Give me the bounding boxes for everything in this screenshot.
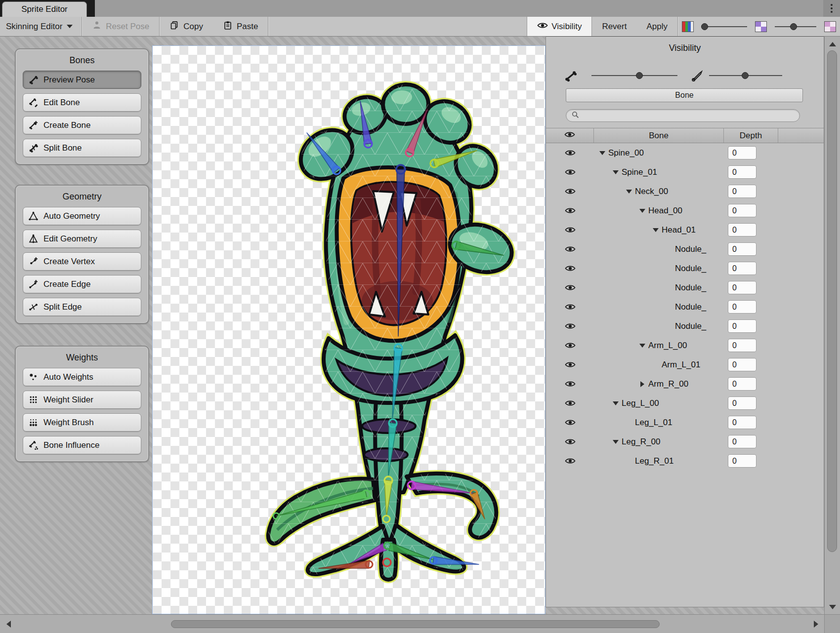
bone-row-nodule-9[interactable]: Nodule_: [546, 316, 824, 336]
depth-input[interactable]: [728, 377, 756, 391]
slider-knob[interactable]: [701, 23, 708, 30]
depth-input[interactable]: [728, 396, 756, 410]
gradient-swatch-icon[interactable]: [755, 21, 767, 32]
bone-row-leg_l_00-13[interactable]: Leg_L_00: [546, 394, 824, 413]
depth-input[interactable]: [728, 185, 756, 198]
slider-knob[interactable]: [636, 72, 643, 79]
eye-toggle[interactable]: [546, 399, 594, 407]
bone-row-head_00-3[interactable]: Head_00: [546, 201, 824, 220]
paste-button[interactable]: Paste: [213, 17, 268, 36]
copy-button[interactable]: Copy: [160, 17, 213, 36]
depth-input[interactable]: [728, 242, 756, 256]
tool-create-edge-button[interactable]: Create Edge: [23, 275, 141, 293]
tool-weight-slider-button[interactable]: Weight Slider: [23, 391, 141, 409]
depth-input[interactable]: [728, 262, 756, 275]
bone-row-arm_l_00-10[interactable]: Arm_L_00: [546, 336, 824, 355]
vertical-scrollbar-thumb[interactable]: [827, 50, 837, 552]
depth-column-header[interactable]: Depth: [724, 128, 778, 143]
vertical-scrollbar[interactable]: [824, 37, 840, 614]
horizontal-scrollbar-thumb[interactable]: [171, 620, 660, 628]
texture-swatch-icon[interactable]: [824, 21, 836, 32]
sprite-opacity-slider[interactable]: [702, 21, 747, 32]
tool-bone-influence-button[interactable]: Bone Influence: [23, 436, 141, 454]
depth-input[interactable]: [728, 204, 756, 217]
eye-toggle[interactable]: [546, 168, 594, 176]
chevron-down-icon[interactable]: [651, 226, 660, 235]
tool-edit-bone-button[interactable]: Edit Bone: [23, 93, 141, 112]
depth-input[interactable]: [728, 165, 756, 179]
chevron-right-icon[interactable]: [638, 380, 647, 389]
bone-column-header[interactable]: Bone: [594, 128, 724, 143]
eye-toggle[interactable]: [546, 342, 594, 349]
depth-input[interactable]: [728, 223, 756, 237]
bone-row-arm_r_00-12[interactable]: Arm_R_00: [546, 374, 824, 394]
depth-input[interactable]: [728, 146, 756, 159]
tool-auto-geometry-button[interactable]: Auto Geometry: [23, 207, 141, 225]
eye-toggle[interactable]: [546, 207, 594, 214]
eye-toggle[interactable]: [546, 284, 594, 291]
eye-toggle[interactable]: [546, 303, 594, 311]
bone-row-spine_01-1[interactable]: Spine_01: [546, 162, 824, 182]
eye-toggle[interactable]: [546, 245, 594, 253]
visibility-column-header[interactable]: [546, 128, 594, 143]
kebab-menu-icon[interactable]: [823, 0, 840, 17]
reset-pose-button[interactable]: Reset Pose: [82, 17, 159, 36]
eye-toggle[interactable]: [546, 380, 594, 388]
apply-button[interactable]: Apply: [636, 17, 677, 36]
bone-row-nodule-6[interactable]: Nodule_: [546, 259, 824, 278]
bone-row-nodule-5[interactable]: Nodule_: [546, 239, 824, 259]
mesh-opacity-slider[interactable]: [709, 70, 782, 81]
eye-toggle[interactable]: [546, 226, 594, 234]
chevron-down-icon[interactable]: [611, 168, 620, 177]
horizontal-scrollbar[interactable]: [0, 614, 824, 633]
bone-search-field[interactable]: [566, 109, 800, 122]
bone-tab[interactable]: Bone: [566, 88, 803, 102]
depth-input[interactable]: [728, 435, 756, 448]
bone-row-neck_00-2[interactable]: Neck_00: [546, 182, 824, 201]
scroll-left-arrow[interactable]: [1, 615, 16, 633]
bone-row-leg_r_01-16[interactable]: Leg_R_01: [546, 451, 824, 471]
chevron-down-icon[interactable]: [638, 206, 647, 215]
chevron-down-icon[interactable]: [638, 341, 647, 350]
tool-weight-brush-button[interactable]: Weight Brush: [23, 413, 141, 432]
chevron-down-icon[interactable]: [598, 149, 607, 158]
bone-opacity-toolbar-slider[interactable]: [775, 21, 816, 32]
bone-row-arm_l_01-11[interactable]: Arm_L_01: [546, 355, 824, 374]
depth-input[interactable]: [728, 339, 756, 352]
bone-row-nodule-7[interactable]: Nodule_: [546, 278, 824, 297]
tool-split-edge-button[interactable]: Split Edge: [23, 298, 141, 316]
sprite-canvas[interactable]: [152, 45, 546, 614]
search-input[interactable]: [583, 112, 794, 120]
bone-row-spine_00-0[interactable]: Spine_00: [546, 143, 824, 162]
depth-input[interactable]: [728, 416, 756, 429]
slider-knob[interactable]: [790, 23, 797, 30]
scroll-right-arrow[interactable]: [808, 615, 823, 633]
scroll-up-arrow[interactable]: [825, 38, 840, 50]
chevron-down-icon[interactable]: [625, 187, 633, 196]
eye-toggle[interactable]: [546, 265, 594, 272]
tool-auto-weights-button[interactable]: Auto Weights: [23, 368, 141, 386]
depth-input[interactable]: [728, 358, 756, 371]
eye-toggle[interactable]: [546, 322, 594, 330]
tab-sprite-editor[interactable]: Sprite Editor: [2, 1, 87, 17]
bone-row-leg_l_01-14[interactable]: Leg_L_01: [546, 413, 824, 432]
depth-input[interactable]: [728, 300, 756, 314]
visibility-toggle[interactable]: Visibility: [527, 17, 592, 36]
bone-row-nodule-8[interactable]: Nodule_: [546, 297, 824, 316]
chevron-down-icon[interactable]: [611, 399, 620, 408]
tool-split-bone-button[interactable]: Split Bone: [23, 139, 141, 157]
eye-toggle[interactable]: [546, 361, 594, 368]
depth-input[interactable]: [728, 319, 756, 333]
tool-create-vertex-button[interactable]: Create Vertex: [23, 252, 141, 271]
scroll-down-arrow[interactable]: [825, 600, 840, 613]
bone-row-leg_r_00-15[interactable]: Leg_R_00: [546, 432, 824, 451]
tool-create-bone-button[interactable]: Create Bone: [23, 116, 141, 134]
tool-preview-pose-button[interactable]: Preview Pose: [23, 71, 141, 89]
editor-mode-dropdown[interactable]: Skinning Editor: [0, 17, 82, 36]
depth-input[interactable]: [728, 281, 756, 294]
bone-opacity-slider[interactable]: [591, 70, 677, 81]
depth-input[interactable]: [728, 454, 756, 468]
revert-button[interactable]: Revert: [592, 17, 636, 36]
eye-toggle[interactable]: [546, 188, 594, 195]
eye-toggle[interactable]: [546, 419, 594, 426]
